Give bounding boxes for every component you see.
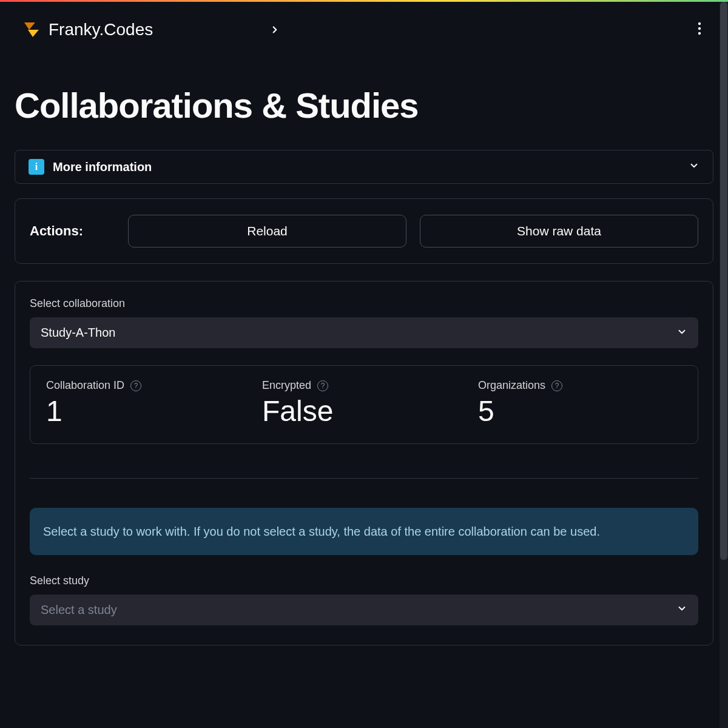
info-icon: i xyxy=(29,159,44,175)
select-collaboration-value: Study-A-Thon xyxy=(41,326,115,340)
metric-organizations: Organizations ? 5 xyxy=(478,379,682,428)
chevron-down-icon xyxy=(689,160,699,174)
metric-label: Collaboration ID xyxy=(46,379,124,392)
svg-point-0 xyxy=(698,22,701,25)
select-study-placeholder: Select a study xyxy=(41,603,117,617)
metric-value: False xyxy=(262,396,466,428)
svg-point-2 xyxy=(698,32,701,35)
more-info-expander[interactable]: i More information xyxy=(15,150,713,184)
help-icon[interactable]: ? xyxy=(551,380,562,391)
help-icon[interactable]: ? xyxy=(130,380,141,391)
metric-label: Organizations xyxy=(478,379,545,392)
actions-card: Actions: Reload Show raw data xyxy=(15,198,713,264)
header: Franky.Codes xyxy=(0,0,728,49)
reload-button[interactable]: Reload xyxy=(128,215,406,248)
page-title: Collaborations & Studies xyxy=(15,85,713,126)
sidebar-toggle-icon[interactable] xyxy=(269,24,280,35)
actions-label: Actions: xyxy=(30,223,115,239)
select-collaboration[interactable]: Study-A-Thon xyxy=(30,317,698,348)
show-raw-data-button[interactable]: Show raw data xyxy=(420,215,698,248)
metrics-card: Collaboration ID ? 1 Encrypted ? False O… xyxy=(30,365,698,444)
form-card: Select collaboration Study-A-Thon Collab… xyxy=(15,281,713,645)
select-collaboration-label: Select collaboration xyxy=(30,297,698,310)
expander-label: More information xyxy=(53,160,152,174)
select-study-label: Select study xyxy=(30,575,698,587)
logo-icon xyxy=(22,20,41,39)
main-menu-icon[interactable] xyxy=(693,17,706,42)
scrollbar-thumb[interactable] xyxy=(720,2,727,560)
main-content: Collaborations & Studies i More informat… xyxy=(0,49,728,645)
metric-value: 1 xyxy=(46,396,250,428)
chevron-down-icon xyxy=(676,603,687,616)
metric-collaboration-id: Collaboration ID ? 1 xyxy=(46,379,250,428)
select-study[interactable]: Select a study xyxy=(30,595,698,625)
metric-encrypted: Encrypted ? False xyxy=(262,379,466,428)
gradient-bar xyxy=(0,0,728,2)
svg-point-1 xyxy=(698,27,701,30)
brand-text: Franky.Codes xyxy=(49,20,153,39)
chevron-down-icon xyxy=(676,326,687,340)
metric-value: 5 xyxy=(478,396,682,428)
info-banner: Select a study to work with. If you do n… xyxy=(30,508,698,555)
divider xyxy=(30,478,698,479)
metric-label: Encrypted xyxy=(262,379,311,392)
help-icon[interactable]: ? xyxy=(317,380,328,391)
